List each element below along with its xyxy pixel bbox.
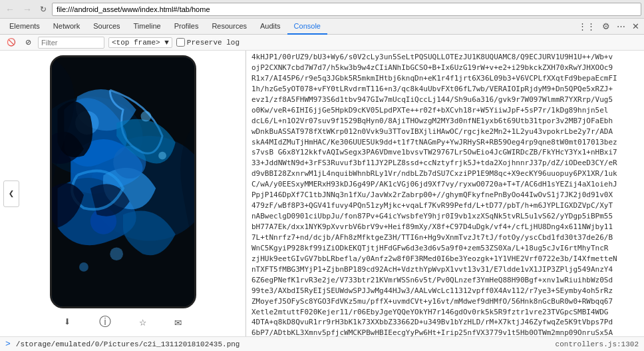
refresh-button[interactable]: ↻ xyxy=(37,3,49,15)
tab-audits[interactable]: Audits xyxy=(253,19,287,35)
svg-point-9 xyxy=(79,262,88,272)
browser-bar: ← → ↻ xyxy=(0,0,644,19)
console-toolbar: 🚫 ⊘ <top frame> ▼ Preserve log xyxy=(0,35,644,51)
tab-network[interactable]: Network xyxy=(47,19,86,35)
star-icon[interactable]: ☆ xyxy=(139,314,146,329)
forward-button[interactable]: → xyxy=(20,3,35,15)
devtools-close-button[interactable]: ✕ xyxy=(630,21,641,32)
filter-input[interactable] xyxy=(38,37,104,49)
preserve-log-checkbox[interactable] xyxy=(176,38,185,47)
tab-resources[interactable]: Resources xyxy=(205,19,253,35)
phone-screen xyxy=(52,57,194,306)
frame-selector[interactable]: <top frame> ▼ xyxy=(108,37,172,48)
status-path: /storage/emulated/0/Pictures/c2i_1311201… xyxy=(16,340,556,348)
console-output[interactable]: 4kHJP1/00rUZ9/bU3+Wy6/s0V2cLy3un5SeLtPQS… xyxy=(246,51,644,336)
filter-button[interactable]: ⊘ xyxy=(23,37,34,47)
devtools-tabs: Elements Network Sources Timeline Profil… xyxy=(0,19,644,35)
tab-timeline[interactable]: Timeline xyxy=(127,19,168,35)
tab-console[interactable]: Console xyxy=(287,19,327,35)
phone-frame xyxy=(50,55,196,308)
paint-artwork xyxy=(52,57,194,306)
phone-container xyxy=(50,55,196,308)
clear-console-button[interactable]: 🚫 xyxy=(4,37,19,47)
phone-toolbar: ⬇ ⓘ ☆ ✉ xyxy=(50,308,196,332)
main-content: ❮ xyxy=(0,51,644,336)
svg-point-8 xyxy=(110,247,123,260)
preserve-log-label: Preserve log xyxy=(176,38,240,47)
phone-panel: ❮ xyxy=(0,51,246,336)
info-icon[interactable]: ⓘ xyxy=(99,314,111,330)
status-bar: > /storage/emulated/0/Pictures/c2i_13112… xyxy=(0,336,644,351)
devtools-dock-button[interactable]: ⋯ xyxy=(615,21,627,32)
back-button[interactable]: ← xyxy=(3,3,17,15)
devtools-icons: ⋮⋮ ⚙ ⋯ ✕ xyxy=(576,21,641,32)
console-text: 4kHJP1/00rUZ9/bU3+Wy6/s0V2cLy3un5SeLtPQS… xyxy=(246,52,644,336)
nav-arrow-left[interactable]: ❮ xyxy=(3,180,19,207)
devtools-menu-button[interactable]: ⋮⋮ xyxy=(576,21,597,32)
tab-sources[interactable]: Sources xyxy=(86,19,126,35)
download-icon[interactable]: ⬇ xyxy=(64,314,71,329)
url-bar[interactable] xyxy=(52,3,641,16)
svg-point-7 xyxy=(158,151,166,159)
status-right: controllers.js:1302 xyxy=(556,340,639,348)
svg-point-6 xyxy=(140,111,151,121)
devtools-settings-button[interactable]: ⚙ xyxy=(600,21,612,32)
tab-profiles[interactable]: Profiles xyxy=(168,19,206,35)
tab-elements[interactable]: Elements xyxy=(3,19,47,35)
console-prompt: > xyxy=(5,339,11,349)
share-icon[interactable]: ✉ xyxy=(174,314,182,329)
